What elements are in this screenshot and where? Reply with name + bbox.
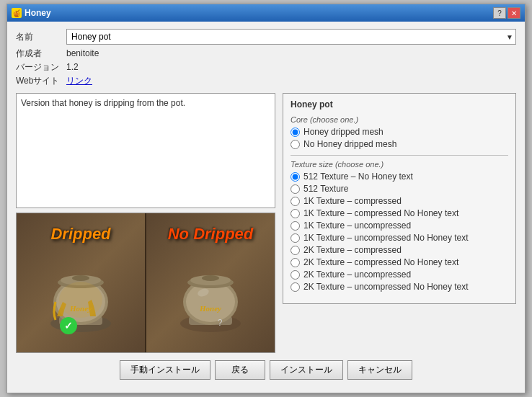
version-value: 1.2 xyxy=(66,62,79,72)
website-label: Webサイト xyxy=(16,75,66,87)
content-area: 名前 Honey pot ▼ 作成者 benitoite バージョン 1.2 W… xyxy=(7,22,525,393)
radio-2k-compressed-no-honey-input[interactable] xyxy=(291,258,300,267)
no-dripped-pot-svg: Honey ? xyxy=(171,248,250,342)
svg-text:?: ? xyxy=(218,318,223,328)
help-button[interactable]: ? xyxy=(493,7,506,19)
radio-1k-compressed-no-honey-label: 1K Texture – compressed No Honey text xyxy=(303,208,458,218)
radio-1k-uncompressed-input[interactable] xyxy=(291,221,300,231)
author-row: 作成者 benitoite xyxy=(16,48,516,60)
radio-2k-compressed-no-honey[interactable]: 2K Texture – compressed No Honey text xyxy=(291,257,508,267)
preview-box: Dripped xyxy=(16,213,275,353)
texture-section-title: Texture size (choose one.) xyxy=(291,160,508,169)
version-row: バージョン 1.2 xyxy=(16,61,516,73)
radio-1k-uncompressed-label: 1K Texture – uncompressed xyxy=(303,220,411,231)
install-button[interactable]: インストール xyxy=(270,360,343,380)
svg-point-6 xyxy=(72,275,89,281)
radio-2k-uncompressed-label: 2K Texture – uncompressed xyxy=(303,269,411,280)
radio-1k-uncompressed-no-honey-label: 1K Texture – uncompressed No Honey text xyxy=(303,233,469,243)
close-button[interactable]: ✕ xyxy=(507,7,520,19)
window-icon: 🍯 xyxy=(12,8,22,18)
radio-1k-compressed[interactable]: 1K Texture – compressed xyxy=(291,196,508,206)
svg-point-10 xyxy=(59,282,102,318)
back-button[interactable]: 戻る xyxy=(215,360,265,380)
svg-text:✓: ✓ xyxy=(64,320,73,331)
radio-2k-compressed-no-honey-label: 2K Texture – compressed No Honey text xyxy=(303,257,458,267)
radio-no-honey-dripped-input[interactable] xyxy=(291,140,300,149)
website-row: Webサイト リンク xyxy=(16,75,516,87)
radio-512-no-honey-label: 512 Texture – No Honey text xyxy=(303,171,413,182)
mod-dropdown[interactable]: Honey pot xyxy=(66,29,516,45)
dropdown-container: Honey pot ▼ xyxy=(66,29,516,45)
core-section-title: Core (choose one.) xyxy=(291,115,508,124)
version-label: バージョン xyxy=(16,61,66,73)
core-section: Core (choose one.) Honey dripped mesh No… xyxy=(291,115,508,149)
description-box: Version that honey is dripping from the … xyxy=(16,93,275,208)
title-bar: 🍯 Honey ? ✕ xyxy=(7,4,525,22)
radio-1k-compressed-no-honey-input[interactable] xyxy=(291,209,300,218)
website-link[interactable]: リンク xyxy=(66,75,92,87)
right-panel: Honey pot Core (choose one.) Honey dripp… xyxy=(283,93,516,353)
description-text: Version that honey is dripping from the … xyxy=(21,98,185,108)
radio-2k-compressed[interactable]: 2K Texture – compressed xyxy=(291,245,508,255)
preview-no-dripped: No Dripped xyxy=(146,213,275,352)
radio-1k-compressed-no-honey[interactable]: 1K Texture – compressed No Honey text xyxy=(291,208,508,218)
radio-2k-uncompressed-input[interactable] xyxy=(291,270,300,280)
button-row: 手動インストール 戻る インストール キャンセル xyxy=(16,353,516,385)
radio-2k-compressed-label: 2K Texture – compressed xyxy=(303,245,402,255)
cancel-button[interactable]: キャンセル xyxy=(347,360,412,380)
title-buttons: ? ✕ xyxy=(493,7,520,19)
radio-honey-dripped-label: Honey dripped mesh xyxy=(303,127,384,137)
title-bar-left: 🍯 Honey xyxy=(12,8,51,18)
radio-1k-compressed-input[interactable] xyxy=(291,197,300,206)
main-window: 🍯 Honey ? ✕ 名前 Honey pot ▼ 作成者 benitoite xyxy=(6,4,526,393)
radio-1k-uncompressed-no-honey[interactable]: 1K Texture – uncompressed No Honey text xyxy=(291,233,508,243)
author-label: 作成者 xyxy=(16,48,66,60)
radio-no-honey-dripped[interactable]: No Honey dripped mesh xyxy=(291,139,508,149)
preview-dripped: Dripped xyxy=(17,213,145,352)
author-value: benitoite xyxy=(66,48,99,58)
preview-dripped-label: Dripped xyxy=(50,225,110,244)
svg-text:Honey: Honey xyxy=(199,304,221,313)
left-panel: Version that honey is dripping from the … xyxy=(16,93,275,353)
radio-no-honey-dripped-label: No Honey dripped mesh xyxy=(303,139,396,149)
radio-2k-uncompressed-no-honey[interactable]: 2K Texture – uncompressed No Honey text xyxy=(291,282,508,292)
main-area: Version that honey is dripping from the … xyxy=(16,93,516,353)
section-divider xyxy=(291,155,508,156)
name-row: 名前 Honey pot ▼ xyxy=(16,29,516,45)
window-title: Honey xyxy=(25,8,51,18)
dripped-pot-svg: Honey ✓ xyxy=(41,248,120,342)
radio-2k-uncompressed-no-honey-label: 2K Texture – uncompressed No Honey text xyxy=(303,282,469,292)
texture-section: Texture size (choose one.) 512 Texture –… xyxy=(291,160,508,292)
radio-1k-uncompressed-no-honey-input[interactable] xyxy=(291,233,300,243)
radio-2k-uncompressed[interactable]: 2K Texture – uncompressed xyxy=(291,269,508,280)
radio-1k-compressed-label: 1K Texture – compressed xyxy=(303,196,402,206)
group-box: Honey pot Core (choose one.) Honey dripp… xyxy=(283,93,516,304)
radio-2k-compressed-input[interactable] xyxy=(291,246,300,255)
group-title: Honey pot xyxy=(291,99,508,110)
name-label: 名前 xyxy=(16,31,66,43)
radio-honey-dripped-input[interactable] xyxy=(291,128,300,137)
radio-1k-uncompressed[interactable]: 1K Texture – uncompressed xyxy=(291,220,508,231)
radio-honey-dripped[interactable]: Honey dripped mesh xyxy=(291,127,508,137)
radio-512[interactable]: 512 Texture xyxy=(291,184,508,194)
radio-512-input[interactable] xyxy=(291,184,300,194)
preview-no-dripped-label: No Dripped xyxy=(168,225,254,244)
manual-install-button[interactable]: 手動インストール xyxy=(120,360,210,380)
radio-512-no-honey[interactable]: 512 Texture – No Honey text xyxy=(291,171,508,182)
radio-2k-uncompressed-no-honey-input[interactable] xyxy=(291,282,300,292)
svg-point-17 xyxy=(202,275,219,281)
radio-512-no-honey-input[interactable] xyxy=(291,172,300,182)
radio-512-label: 512 Texture xyxy=(303,184,349,194)
